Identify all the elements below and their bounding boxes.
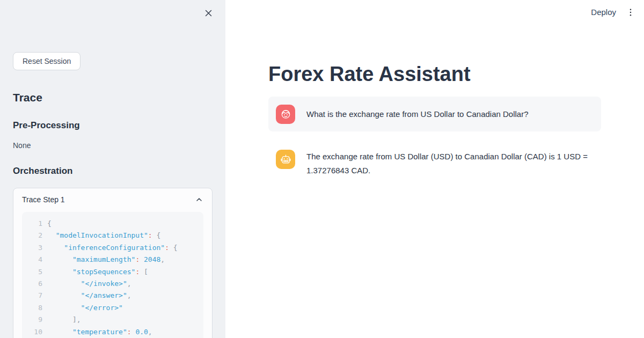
trace-code: 1{2 "modelInvocationInput": {3 "inferenc… [22, 212, 203, 338]
preprocessing-heading: Pre-Processing [13, 120, 213, 131]
user-avatar [276, 105, 295, 124]
line-number: 3 [32, 242, 42, 254]
app-window: Reset Session Trace Pre-Processing None … [0, 0, 644, 338]
line-content: "inferenceConfiguration": { [47, 242, 178, 254]
preprocessing-value: None [13, 141, 213, 150]
line-content: ], [47, 314, 81, 326]
code-line: 6 "</invoke>", [32, 278, 199, 290]
code-line: 9 ], [32, 314, 199, 326]
assistant-avatar [276, 150, 295, 169]
code-line: 3 "inferenceConfiguration": { [32, 242, 199, 254]
assistant-message: The exchange rate from US Dollar (USD) t… [268, 142, 601, 185]
line-content: "</invoke>", [47, 278, 131, 290]
message-list: What is the exchange rate from US Dollar… [268, 97, 601, 185]
robot-icon [280, 154, 291, 165]
code-line: 1{ [32, 218, 199, 230]
line-number: 6 [32, 278, 42, 290]
code-line: 5 "stopSequences": [ [32, 266, 199, 278]
kebab-menu-button[interactable] [625, 6, 636, 19]
line-content: "stopSequences": [ [47, 266, 148, 278]
line-number: 7 [32, 290, 42, 302]
line-content: "</answer>", [47, 290, 131, 302]
reset-session-button[interactable]: Reset Session [13, 52, 80, 70]
line-number: 2 [32, 230, 42, 241]
line-number: 10 [32, 326, 42, 338]
line-content: "modelInvocationInput": { [47, 230, 160, 241]
main-content: Deploy Forex Rate Assistant What is the … [225, 0, 644, 338]
line-content: { [47, 218, 52, 230]
code-line: 2 "modelInvocationInput": { [32, 230, 199, 241]
user-message: What is the exchange rate from US Dollar… [268, 97, 601, 131]
message-text: The exchange rate from US Dollar (USD) t… [306, 150, 594, 178]
close-panel-button[interactable] [202, 6, 215, 19]
line-content: "maximumLength": 2048, [47, 254, 165, 266]
orchestration-heading: Orchestration [13, 166, 213, 177]
message-text: What is the exchange rate from US Dollar… [306, 107, 529, 121]
close-icon [204, 9, 213, 18]
line-content: "temperature": 0.0, [47, 326, 152, 338]
line-number: 9 [32, 314, 42, 326]
top-bar: Deploy [225, 0, 644, 24]
face-icon [280, 108, 291, 120]
page-title: Forex Rate Assistant [268, 62, 644, 86]
line-content: "</error>" [47, 302, 123, 314]
trace-step-card: Trace Step 1 1{2 "modelInvocationInput":… [13, 188, 213, 338]
chevron-up-icon [195, 195, 203, 204]
line-number: 1 [32, 218, 42, 230]
trace-step-label: Trace Step 1 [22, 195, 65, 204]
code-line: 4 "maximumLength": 2048, [32, 254, 199, 266]
code-line: 7 "</answer>", [32, 290, 199, 302]
line-number: 8 [32, 302, 42, 314]
code-line: 8 "</error>" [32, 302, 199, 314]
trace-panel: Reset Session Trace Pre-Processing None … [0, 0, 225, 338]
trace-step-header[interactable]: Trace Step 1 [13, 188, 212, 210]
deploy-button[interactable]: Deploy [591, 8, 616, 17]
code-line: 10 "temperature": 0.0, [32, 326, 199, 338]
trace-heading: Trace [13, 91, 213, 104]
line-number: 5 [32, 266, 42, 278]
kebab-menu-icon [626, 8, 635, 17]
line-number: 4 [32, 254, 42, 266]
